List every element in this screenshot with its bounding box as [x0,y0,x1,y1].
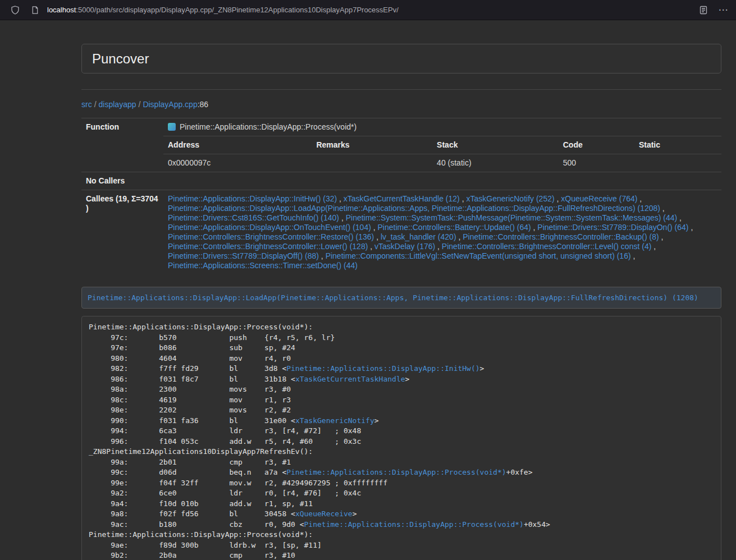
callers-row: No Callers [81,172,721,190]
code-symbol-link[interactable]: xQueueReceive [295,509,353,518]
callers-cell [163,172,721,190]
callees-label: Callees (19, Σ=3704 ) [81,190,163,275]
function-row: Function Pinetime::Applications::Display… [81,118,721,136]
callee-link[interactable]: Pinetime::Controllers::BrightnessControl… [442,242,651,251]
stats-data-row: 0x0000097c 40 (static) 500 [163,154,721,172]
breadcrumb-link-file[interactable]: DisplayApp.cpp [143,100,197,109]
callee-link[interactable]: Pinetime::Drivers::St7789::DisplayOff() … [168,251,319,260]
shield-icon-svg [11,6,20,15]
callee-link[interactable]: lv_task_handler (420) [381,232,456,241]
url-path: :5000/path/src/displayapp/DisplayApp.cpp… [76,6,399,14]
callee-link[interactable]: Pinetime::Controllers::BrightnessControl… [168,232,374,241]
callee-link[interactable]: Pinetime::System::SystemTask::PushMessag… [346,213,678,222]
callee-link[interactable]: xQueueReceive (764) [561,194,637,203]
column-stack: Stack [432,136,559,154]
callee-link[interactable]: Pinetime::Controllers::BrightnessControl… [463,232,659,241]
stats-subtable-cell: Address Remarks Stack Code Static 0x0000… [163,136,721,172]
more-options-glyph: ⋯ [719,5,728,15]
page-icon-svg [31,6,39,15]
address-value: 0x0000097c [163,154,312,172]
url-domain: localhost [47,6,76,14]
disassembly-code-block: Pinetime::Applications::DisplayApp::Proc… [81,316,721,560]
symbol-type-icon [168,123,176,131]
shield-icon[interactable] [8,3,22,17]
page-container: Puncover src/displayapp/DisplayApp.cpp:8… [81,20,721,560]
breadcrumb-separator: / [94,100,97,109]
reader-mode-icon[interactable] [696,3,711,17]
callee-link[interactable]: Pinetime::Drivers::Cst816S::GetTouchInfo… [168,213,339,222]
code-size-value: 500 [559,154,634,172]
breadcrumb-link-displayapp[interactable]: displayapp [99,100,136,109]
more-options-icon[interactable]: ⋯ [716,3,730,17]
callee-link[interactable]: xTaskGetCurrentTaskHandle (12) [344,194,460,203]
function-label: Function [81,118,163,172]
function-table: Function Pinetime::Applications::Display… [81,118,721,274]
code-symbol-link[interactable]: Pinetime::Applications::DisplayApp::Init… [286,364,479,373]
breadcrumb-separator: / [139,100,141,109]
breadcrumb-link-src[interactable]: src [81,100,92,109]
browser-url-bar: localhost:5000/path/src/displayapp/Displ… [0,0,736,20]
app-title-panel: Puncover [81,44,721,74]
header-divider [81,89,721,90]
page-info-icon[interactable] [28,3,42,17]
callee-link[interactable]: Pinetime::Controllers::BrightnessControl… [168,242,368,251]
callees-list: Pinetime::Applications::DisplayApp::Init… [163,190,721,275]
remarks-value [312,154,432,172]
column-code: Code [559,136,634,154]
callees-row: Callees (19, Σ=3704 ) Pinetime::Applicat… [81,190,721,275]
column-static: Static [634,136,721,154]
stack-value: 40 (static) [432,154,559,172]
callee-link[interactable]: Pinetime::Applications::Screens::Timer::… [168,261,358,270]
code-symbol-link[interactable]: xTaskGetCurrentTaskHandle [295,375,405,383]
code-symbol-link[interactable]: Pinetime::Applications::DisplayApp::Proc… [304,520,524,529]
callee-link[interactable]: Pinetime::Applications::DisplayApp::Load… [168,204,660,213]
reader-icon-svg [699,6,708,15]
static-value [634,154,721,172]
code-symbol-link[interactable]: xTaskGenericNotify [295,416,374,425]
callee-link[interactable]: xTaskGenericNotify (252) [466,194,554,203]
function-stats-row: Address Remarks Stack Code Static 0x0000… [81,136,721,172]
column-address: Address [163,136,312,154]
callee-link[interactable]: Pinetime::Applications::DisplayApp::Init… [168,194,337,203]
highlighted-callee-panel: Pinetime::Applications::DisplayApp::Load… [81,287,721,309]
page-title: Puncover [92,51,711,66]
highlighted-symbol-link[interactable]: Pinetime::Applications::DisplayApp::Load… [88,293,698,302]
no-callers-label: No Callers [81,172,163,190]
function-name-cell: Pinetime::Applications::DisplayApp::Proc… [163,118,721,136]
callee-link[interactable]: Pinetime::Controllers::Battery::Update()… [378,223,531,232]
stats-header-row: Address Remarks Stack Code Static [163,136,721,154]
column-remarks: Remarks [312,136,432,154]
stats-table: Address Remarks Stack Code Static 0x0000… [163,136,721,172]
callee-link[interactable]: Pinetime::Applications::DisplayApp::OnTo… [168,223,371,232]
function-name: Pinetime::Applications::DisplayApp::Proc… [180,122,356,131]
breadcrumb: src/displayapp/DisplayApp.cpp:86 [81,99,721,110]
callee-link[interactable]: Pinetime::Drivers::St7789::DisplayOn() (… [537,223,688,232]
callee-link[interactable]: vTaskDelay (176) [374,242,435,251]
code-symbol-link[interactable]: Pinetime::Applications::DisplayApp::Proc… [286,468,506,476]
breadcrumb-line-number: :86 [198,100,208,109]
callee-link[interactable]: Pinetime::Components::LittleVgl::SetNewT… [326,251,631,260]
url-text[interactable]: localhost:5000/path/src/displayapp/Displ… [47,6,691,14]
